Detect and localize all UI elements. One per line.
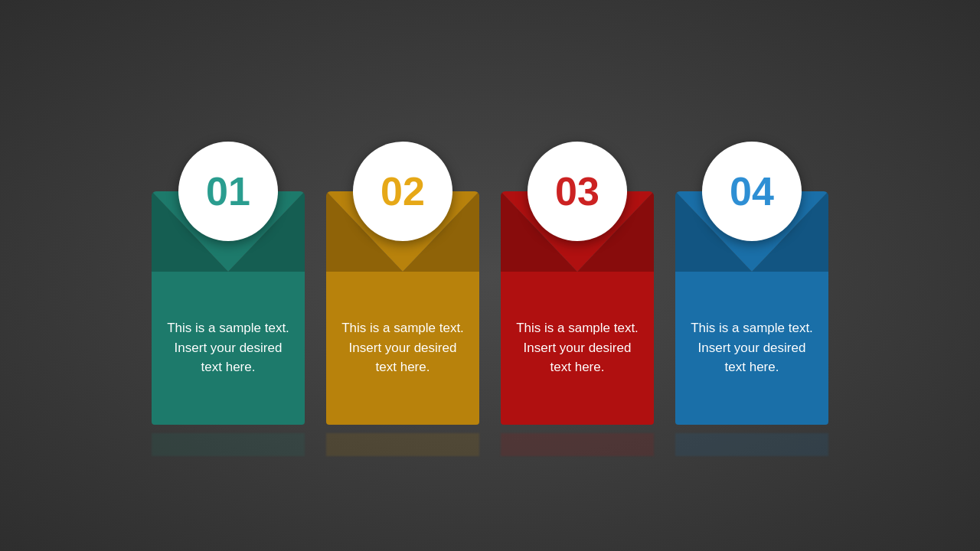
- card-number-4: 04: [730, 171, 774, 211]
- card-text-1: This is a sample text. Insert your desir…: [165, 318, 291, 377]
- card-bottom-2: This is a sample text. Insert your desir…: [326, 272, 479, 425]
- circle-3: 03: [528, 142, 627, 241]
- card-wrapper-1: 01This is a sample text. Insert your des…: [152, 142, 305, 456]
- card-number-3: 03: [555, 171, 599, 211]
- card-bottom-1: This is a sample text. Insert your desir…: [152, 272, 305, 425]
- card-wrapper-2: 02This is a sample text. Insert your des…: [326, 142, 479, 456]
- circle-2: 02: [353, 142, 452, 241]
- card-wrapper-3: 03This is a sample text. Insert your des…: [501, 142, 654, 456]
- card-bottom-4: This is a sample text. Insert your desir…: [675, 272, 828, 425]
- card-number-2: 02: [381, 171, 425, 211]
- circle-4: 04: [702, 142, 802, 241]
- card-reflection-4: [675, 425, 828, 456]
- card-wrapper-4: 04This is a sample text. Insert your des…: [675, 142, 828, 456]
- card-text-4: This is a sample text. Insert your desir…: [689, 318, 815, 377]
- cards-container: 01This is a sample text. Insert your des…: [152, 96, 828, 456]
- card-reflection-3: [501, 425, 654, 456]
- card-text-2: This is a sample text. Insert your desir…: [340, 318, 466, 377]
- slide: 01This is a sample text. Insert your des…: [0, 0, 980, 551]
- card-number-1: 01: [206, 171, 250, 211]
- card-text-3: This is a sample text. Insert your desir…: [514, 318, 640, 377]
- card-reflection-2: [326, 425, 479, 456]
- card-bottom-3: This is a sample text. Insert your desir…: [501, 272, 654, 425]
- circle-1: 01: [178, 142, 278, 241]
- card-reflection-1: [152, 425, 305, 456]
